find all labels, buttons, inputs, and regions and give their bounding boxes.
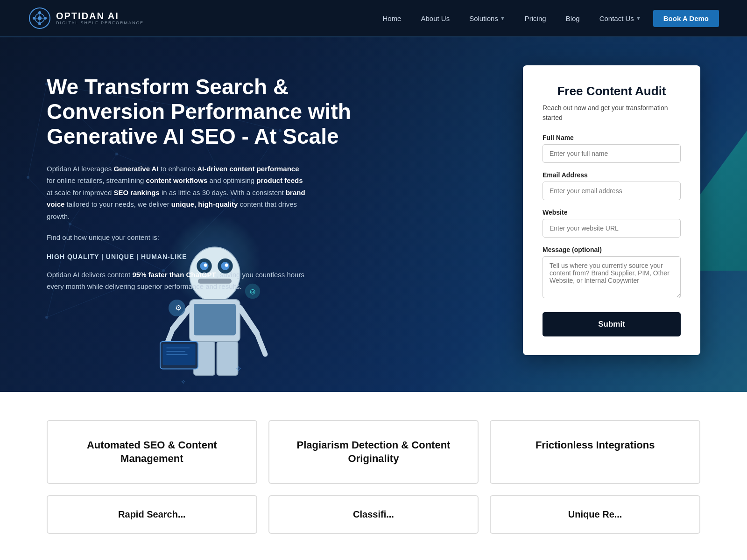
feature-integrations-title: Frictionless Integrations [505,439,685,452]
message-label: Message (optional) [543,246,681,253]
logo[interactable]: OPTIDAN AI DIGITAL SHELF PERFORMANCE [28,7,144,30]
hero-faster-desc: Optidan AI delivers content 95% faster t… [47,269,308,293]
svg-line-43 [240,308,257,333]
svg-text:⟡: ⟡ [236,364,241,373]
full-name-group: Full Name [543,134,681,163]
svg-point-30 [27,176,29,179]
full-name-input[interactable] [543,144,681,163]
feature-seo-title: Automated SEO & Content Management [62,439,242,465]
feature-rapid-title: Rapid Search... [62,509,242,520]
svg-text:⟡: ⟡ [181,378,185,385]
hero-find-out: Find out how unique your content is: [47,231,308,244]
feature-card-unique: Unique Re... [490,495,700,534]
full-name-label: Full Name [543,134,681,141]
nav-item-contact[interactable]: Contact Us ▼ [592,10,648,27]
hero-quality-line: HIGH QUALITY | UNIQUE | HUMAN-LIKE [47,253,374,260]
svg-text:⚙: ⚙ [175,303,182,312]
feature-classifi-title: Classifi... [283,509,464,520]
website-group: Website [543,209,681,238]
nav-item-home[interactable]: Home [375,10,409,27]
hero-description: Optidan AI leverages Generative AI to en… [47,163,308,223]
email-input[interactable] [543,182,681,200]
nav-links: Home About Us Solutions ▼ Pricing Blog C… [375,10,719,27]
feature-card-classifi: Classifi... [268,495,479,534]
nav-item-pricing[interactable]: Pricing [517,10,554,27]
contact-chevron: ▼ [636,15,641,21]
nav-item-about[interactable]: About Us [413,10,457,27]
navbar: OPTIDAN AI DIGITAL SHELF PERFORMANCE Hom… [0,0,747,37]
email-label: Email Address [543,171,681,179]
hero-section: ⚙ ◎ ⟡ ⟡ We Transform Search & Conversion… [0,37,747,392]
feature-plagiarism-title: Plagiarism Detection & Content Originali… [283,439,464,465]
logo-tagline: DIGITAL SHELF PERFORMANCE [56,21,144,26]
logo-icon [28,7,51,30]
submit-button[interactable]: Submit [543,312,681,336]
email-group: Email Address [543,171,681,200]
nav-item-blog[interactable]: Blog [558,10,587,27]
message-group: Message (optional) [543,246,681,300]
svg-point-28 [45,316,48,319]
logo-name: OPTIDAN AI [56,11,144,21]
form-subtitle: Reach out now and get your transformatio… [543,103,681,123]
message-textarea[interactable] [543,256,681,298]
nav-item-solutions[interactable]: Solutions ▼ [462,10,513,27]
free-audit-form: Free Content Audit Reach out now and get… [523,65,700,355]
features-section: Automated SEO & Content Management Plagi… [0,392,747,548]
nav-cta[interactable]: Book A Demo [653,10,719,27]
feature-card-plagiarism: Plagiarism Detection & Content Originali… [268,420,479,484]
features-grid: Automated SEO & Content Management Plagi… [47,420,700,484]
hero-left-content: We Transform Search & Conversion Perform… [47,65,374,293]
svg-rect-40 [194,304,236,336]
feature-unique-title: Unique Re... [505,509,685,520]
feature-card-rapid: Rapid Search... [47,495,257,534]
svg-line-44 [257,333,265,354]
solutions-chevron: ▼ [500,15,505,21]
feature-card-integrations: Frictionless Integrations [490,420,700,484]
svg-line-21 [28,84,47,177]
features-bottom-row: Rapid Search... Classifi... Unique Re... [47,495,700,534]
feature-card-seo: Automated SEO & Content Management [47,420,257,484]
form-title: Free Content Audit [543,84,681,98]
svg-rect-46 [217,342,238,375]
hero-form-wrapper: Free Content Audit Reach out now and get… [523,65,700,355]
svg-point-8 [38,16,42,20]
website-input[interactable] [543,219,681,238]
website-label: Website [543,209,681,216]
hero-title: We Transform Search & Conversion Perform… [47,75,374,149]
